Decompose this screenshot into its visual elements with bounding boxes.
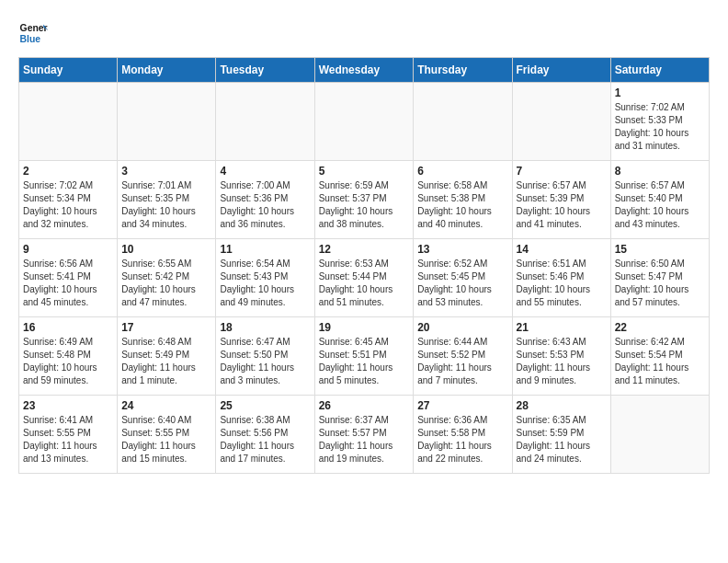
day-info: Sunrise: 6:57 AM Sunset: 5:40 PM Dayligh… (615, 179, 705, 231)
day-info: Sunrise: 6:57 AM Sunset: 5:39 PM Dayligh… (517, 179, 607, 231)
calendar-week-2: 2Sunrise: 7:02 AM Sunset: 5:34 PM Daylig… (19, 161, 710, 239)
calendar-cell (610, 396, 709, 474)
day-number: 7 (517, 165, 607, 178)
calendar-cell: 8Sunrise: 6:57 AM Sunset: 5:40 PM Daylig… (610, 161, 709, 239)
day-info: Sunrise: 6:50 AM Sunset: 5:47 PM Dayligh… (615, 258, 705, 309)
day-info: Sunrise: 6:38 AM Sunset: 5:56 PM Dayligh… (220, 414, 310, 465)
calendar-cell: 11Sunrise: 6:54 AM Sunset: 5:43 PM Dayli… (216, 239, 314, 317)
day-number: 25 (220, 399, 310, 412)
calendar-cell: 22Sunrise: 6:42 AM Sunset: 5:54 PM Dayli… (610, 317, 709, 396)
day-number: 1 (615, 86, 705, 99)
weekday-header-tuesday: Tuesday (216, 58, 314, 83)
day-number: 20 (417, 321, 507, 334)
calendar-cell: 5Sunrise: 6:59 AM Sunset: 5:37 PM Daylig… (314, 161, 414, 239)
day-info: Sunrise: 6:49 AM Sunset: 5:48 PM Dayligh… (23, 336, 113, 387)
calendar-cell: 18Sunrise: 6:47 AM Sunset: 5:50 PM Dayli… (216, 317, 314, 396)
day-number: 18 (220, 321, 310, 334)
day-number: 5 (319, 165, 410, 178)
day-number: 17 (121, 321, 211, 334)
calendar-cell: 10Sunrise: 6:55 AM Sunset: 5:42 PM Dayli… (118, 239, 216, 317)
calendar-week-4: 16Sunrise: 6:49 AM Sunset: 5:48 PM Dayli… (19, 317, 710, 396)
calendar-cell: 24Sunrise: 6:40 AM Sunset: 5:55 PM Dayli… (118, 396, 216, 474)
day-number: 16 (23, 321, 113, 334)
day-info: Sunrise: 6:41 AM Sunset: 5:55 PM Dayligh… (23, 414, 113, 465)
calendar-cell: 15Sunrise: 6:50 AM Sunset: 5:47 PM Dayli… (610, 239, 709, 317)
day-number: 27 (417, 399, 507, 412)
calendar-header-row: SundayMondayTuesdayWednesdayThursdayFrid… (19, 58, 710, 83)
page-header: General Blue (18, 18, 710, 48)
calendar-cell: 7Sunrise: 6:57 AM Sunset: 5:39 PM Daylig… (512, 161, 610, 239)
calendar-cell (216, 83, 314, 161)
day-info: Sunrise: 6:48 AM Sunset: 5:49 PM Dayligh… (121, 336, 211, 387)
day-info: Sunrise: 6:37 AM Sunset: 5:57 PM Dayligh… (319, 414, 410, 465)
weekday-header-thursday: Thursday (414, 58, 512, 83)
weekday-header-sunday: Sunday (19, 58, 118, 83)
calendar-cell (414, 83, 512, 161)
day-number: 19 (319, 321, 410, 334)
day-info: Sunrise: 7:00 AM Sunset: 5:36 PM Dayligh… (220, 179, 310, 231)
calendar-week-3: 9Sunrise: 6:56 AM Sunset: 5:41 PM Daylig… (19, 239, 710, 317)
calendar-body: 1Sunrise: 7:02 AM Sunset: 5:33 PM Daylig… (19, 83, 710, 474)
calendar-cell: 23Sunrise: 6:41 AM Sunset: 5:55 PM Dayli… (19, 396, 118, 474)
calendar-cell (118, 83, 216, 161)
day-info: Sunrise: 6:44 AM Sunset: 5:52 PM Dayligh… (417, 336, 507, 387)
calendar-cell: 4Sunrise: 7:00 AM Sunset: 5:36 PM Daylig… (216, 161, 314, 239)
calendar-cell: 28Sunrise: 6:35 AM Sunset: 5:59 PM Dayli… (512, 396, 610, 474)
day-number: 4 (220, 165, 310, 178)
weekday-header-saturday: Saturday (610, 58, 709, 83)
calendar-cell: 16Sunrise: 6:49 AM Sunset: 5:48 PM Dayli… (19, 317, 118, 396)
calendar-cell: 2Sunrise: 7:02 AM Sunset: 5:34 PM Daylig… (19, 161, 118, 239)
day-number: 10 (121, 243, 211, 256)
svg-text:Blue: Blue (20, 34, 41, 44)
day-info: Sunrise: 6:56 AM Sunset: 5:41 PM Dayligh… (23, 258, 113, 309)
calendar-week-5: 23Sunrise: 6:41 AM Sunset: 5:55 PM Dayli… (19, 396, 710, 474)
day-info: Sunrise: 6:58 AM Sunset: 5:38 PM Dayligh… (417, 179, 507, 231)
day-number: 9 (23, 243, 113, 256)
day-info: Sunrise: 6:54 AM Sunset: 5:43 PM Dayligh… (220, 258, 310, 309)
day-info: Sunrise: 6:53 AM Sunset: 5:44 PM Dayligh… (319, 258, 410, 309)
calendar-cell: 21Sunrise: 6:43 AM Sunset: 5:53 PM Dayli… (512, 317, 610, 396)
calendar-cell: 13Sunrise: 6:52 AM Sunset: 5:45 PM Dayli… (414, 239, 512, 317)
day-info: Sunrise: 6:43 AM Sunset: 5:53 PM Dayligh… (517, 336, 607, 387)
calendar-cell (19, 83, 118, 161)
day-number: 3 (121, 165, 211, 178)
day-number: 12 (319, 243, 410, 256)
day-number: 11 (220, 243, 310, 256)
day-info: Sunrise: 7:02 AM Sunset: 5:33 PM Dayligh… (615, 101, 705, 153)
calendar-week-1: 1Sunrise: 7:02 AM Sunset: 5:33 PM Daylig… (19, 83, 710, 161)
calendar-cell: 12Sunrise: 6:53 AM Sunset: 5:44 PM Dayli… (314, 239, 414, 317)
calendar-cell: 1Sunrise: 7:02 AM Sunset: 5:33 PM Daylig… (610, 83, 709, 161)
calendar-cell: 9Sunrise: 6:56 AM Sunset: 5:41 PM Daylig… (19, 239, 118, 317)
day-number: 8 (615, 165, 705, 178)
day-number: 28 (517, 399, 607, 412)
day-number: 2 (23, 165, 113, 178)
day-info: Sunrise: 6:35 AM Sunset: 5:59 PM Dayligh… (517, 414, 607, 465)
day-number: 23 (23, 399, 113, 412)
day-info: Sunrise: 7:01 AM Sunset: 5:35 PM Dayligh… (121, 179, 211, 231)
day-number: 15 (615, 243, 705, 256)
calendar-cell: 3Sunrise: 7:01 AM Sunset: 5:35 PM Daylig… (118, 161, 216, 239)
day-info: Sunrise: 6:42 AM Sunset: 5:54 PM Dayligh… (615, 336, 705, 387)
calendar-cell: 26Sunrise: 6:37 AM Sunset: 5:57 PM Dayli… (314, 396, 414, 474)
day-info: Sunrise: 6:59 AM Sunset: 5:37 PM Dayligh… (319, 179, 410, 231)
calendar-cell: 6Sunrise: 6:58 AM Sunset: 5:38 PM Daylig… (414, 161, 512, 239)
weekday-header-friday: Friday (512, 58, 610, 83)
day-number: 6 (417, 165, 507, 178)
day-info: Sunrise: 6:55 AM Sunset: 5:42 PM Dayligh… (121, 258, 211, 309)
day-info: Sunrise: 7:02 AM Sunset: 5:34 PM Dayligh… (23, 179, 113, 231)
day-info: Sunrise: 6:40 AM Sunset: 5:55 PM Dayligh… (121, 414, 211, 465)
day-number: 26 (319, 399, 410, 412)
day-info: Sunrise: 6:47 AM Sunset: 5:50 PM Dayligh… (220, 336, 310, 387)
calendar-table: SundayMondayTuesdayWednesdayThursdayFrid… (18, 57, 710, 474)
calendar-cell: 17Sunrise: 6:48 AM Sunset: 5:49 PM Dayli… (118, 317, 216, 396)
weekday-header-monday: Monday (118, 58, 216, 83)
weekday-header-wednesday: Wednesday (314, 58, 414, 83)
day-info: Sunrise: 6:36 AM Sunset: 5:58 PM Dayligh… (417, 414, 507, 465)
calendar-cell: 25Sunrise: 6:38 AM Sunset: 5:56 PM Dayli… (216, 396, 314, 474)
calendar-cell (512, 83, 610, 161)
day-number: 22 (615, 321, 705, 334)
day-number: 24 (121, 399, 211, 412)
calendar-cell: 14Sunrise: 6:51 AM Sunset: 5:46 PM Dayli… (512, 239, 610, 317)
calendar-cell: 20Sunrise: 6:44 AM Sunset: 5:52 PM Dayli… (414, 317, 512, 396)
calendar-cell: 27Sunrise: 6:36 AM Sunset: 5:58 PM Dayli… (414, 396, 512, 474)
